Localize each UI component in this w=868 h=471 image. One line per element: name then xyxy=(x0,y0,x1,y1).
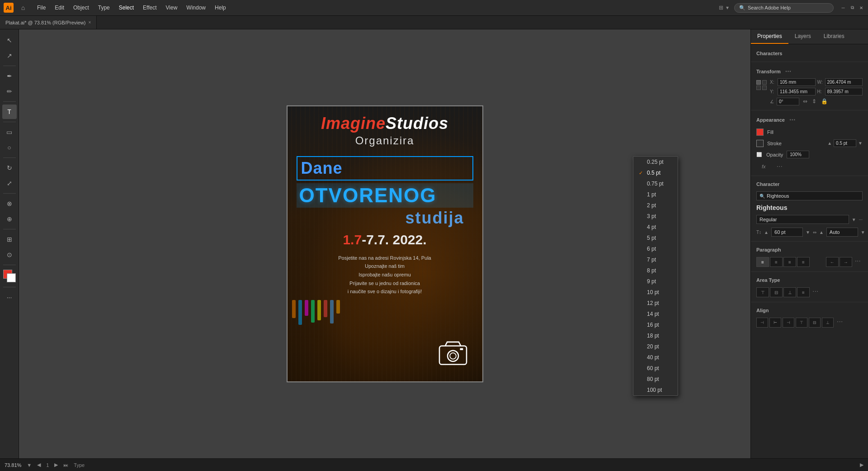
align-more-button[interactable]: ··· xyxy=(835,318,844,328)
stroke-option-18[interactable]: 18 pt xyxy=(633,330,678,341)
workspace-switcher-icon[interactable]: ⊞ xyxy=(719,5,723,11)
stroke-option-9[interactable]: 9 pt xyxy=(633,276,678,287)
fill-swatch[interactable] xyxy=(756,128,764,136)
opacity-input[interactable] xyxy=(787,151,809,158)
scale-tool-button[interactable]: ⤢ xyxy=(2,176,17,190)
artboard-tool-button[interactable]: ⊞ xyxy=(2,232,17,247)
home-icon[interactable]: ⌂ xyxy=(18,3,28,13)
area-type-more-button[interactable]: ··· xyxy=(811,287,820,297)
align-top-edge-button[interactable]: ⊤ xyxy=(796,318,807,328)
menu-view[interactable]: View xyxy=(162,3,181,13)
restore-button[interactable]: ⧉ xyxy=(849,5,855,11)
minimize-button[interactable]: ─ xyxy=(840,5,846,11)
align-justify-button[interactable]: ≡ xyxy=(797,257,810,267)
align-v-center-button[interactable]: ⊟ xyxy=(809,318,821,328)
ellipse-tool-button[interactable]: ○ xyxy=(2,140,17,155)
stroke-option-5[interactable]: 5 pt xyxy=(633,233,678,243)
font-size-input[interactable] xyxy=(771,228,803,237)
tracking-input[interactable] xyxy=(826,228,858,237)
para-more-button[interactable]: ··· xyxy=(853,257,863,267)
tab-libraries[interactable]: Libraries xyxy=(817,29,851,44)
menu-file[interactable]: File xyxy=(33,3,49,13)
rectangle-tool-button[interactable]: ▭ xyxy=(2,125,17,139)
blend-tool-button[interactable]: ⊗ xyxy=(2,196,17,211)
align-right-button[interactable]: ≡ xyxy=(783,257,796,267)
more-tools-button[interactable]: ··· xyxy=(2,290,17,304)
tracking-dropdown-icon[interactable]: ▼ xyxy=(861,230,865,235)
close-button[interactable]: ✕ xyxy=(858,5,864,11)
stroke-swatch[interactable] xyxy=(756,140,764,147)
menu-object[interactable]: Object xyxy=(70,3,93,13)
menu-window[interactable]: Window xyxy=(183,3,209,13)
stroke-option-7[interactable]: 7 pt xyxy=(633,254,678,265)
transform-more-button[interactable]: ··· xyxy=(783,67,793,76)
background-color[interactable] xyxy=(7,273,16,282)
font-search-input[interactable] xyxy=(767,193,859,199)
area-align-bottom-button[interactable]: ⊥ xyxy=(783,287,796,297)
stroke-option-4[interactable]: 4 pt xyxy=(633,222,678,233)
transform-reference-point[interactable] xyxy=(756,80,767,90)
select-tool-button[interactable]: ↖ xyxy=(2,33,17,48)
menu-edit[interactable]: Edit xyxy=(51,3,68,13)
arrange-icon[interactable]: ▾ xyxy=(726,5,729,11)
stroke-option-075[interactable]: 0.75 pt xyxy=(633,178,678,189)
font-size-up-icon[interactable]: ▲ xyxy=(764,230,769,235)
stroke-option-1[interactable]: 1 pt xyxy=(633,189,678,200)
indent-left-button[interactable]: ← xyxy=(826,257,839,267)
stroke-option-14[interactable]: 14 pt xyxy=(633,309,678,319)
stroke-up-icon[interactable]: ▲ xyxy=(827,141,832,146)
appearance-more-button[interactable]: ··· xyxy=(788,116,797,124)
stroke-option-100[interactable]: 100 pt xyxy=(633,385,678,395)
pen-tool-button[interactable]: ✒ xyxy=(2,69,17,83)
tab-close-button[interactable]: × xyxy=(88,20,91,25)
tab-properties[interactable]: Properties xyxy=(751,29,788,44)
play-button[interactable]: ▶ xyxy=(860,462,863,468)
align-left-edge-button[interactable]: ⊣ xyxy=(756,318,768,328)
area-align-top-button[interactable]: ⊤ xyxy=(756,287,769,297)
nav-prev-icon[interactable]: ◀ xyxy=(37,462,41,468)
stroke-option-2[interactable]: 2 pt xyxy=(633,200,678,211)
tab-layers[interactable]: Layers xyxy=(788,29,817,44)
rotate-tool-button[interactable]: ↻ xyxy=(2,161,17,175)
zoom-dropdown-icon[interactable]: ▼ xyxy=(27,462,32,468)
stroke-option-05[interactable]: ✓ 0.5 pt xyxy=(633,167,678,178)
stroke-option-6[interactable]: 6 pt xyxy=(633,243,678,254)
flip-h-icon[interactable]: ⇔ xyxy=(802,97,808,105)
stroke-option-12[interactable]: 12 pt xyxy=(633,298,678,309)
align-center-button[interactable]: ≡ xyxy=(770,257,783,267)
y-input[interactable] xyxy=(778,88,816,95)
pencil-tool-button[interactable]: ✏ xyxy=(2,84,17,99)
menu-help[interactable]: Help xyxy=(211,3,230,13)
stroke-option-40[interactable]: 40 pt xyxy=(633,352,678,363)
indent-right-button[interactable]: → xyxy=(840,257,852,267)
tracking-up-icon[interactable]: ▲ xyxy=(819,230,824,235)
stroke-option-10[interactable]: 10 pt xyxy=(633,287,678,298)
stroke-option-8[interactable]: 8 pt xyxy=(633,265,678,276)
x-input[interactable] xyxy=(778,78,816,86)
h-input[interactable] xyxy=(825,88,863,95)
stroke-input[interactable] xyxy=(834,139,856,147)
document-tab[interactable]: Plakat.ai* @ 73.81% (RGB/Preview) × xyxy=(0,16,97,29)
zoom-tool-button[interactable]: ⊙ xyxy=(2,247,17,262)
menu-effect[interactable]: Effect xyxy=(139,3,160,13)
flip-v-icon[interactable]: ⇕ xyxy=(811,97,817,105)
eyedropper-tool-button[interactable]: ⊕ xyxy=(2,212,17,226)
stroke-option-80[interactable]: 80 pt xyxy=(633,374,678,385)
align-left-button[interactable]: ≡ xyxy=(756,257,769,267)
area-align-justify-button[interactable]: ≡ xyxy=(797,287,810,297)
stroke-dropdown-icon[interactable]: ▼ xyxy=(858,141,863,146)
menu-select[interactable]: Select xyxy=(115,3,137,13)
font-more-icon[interactable]: ··· xyxy=(859,217,863,222)
lock-proportions-icon[interactable]: 🔒 xyxy=(820,97,829,105)
stroke-option-16[interactable]: 16 pt xyxy=(633,319,678,330)
canvas-area[interactable]: ImagineStudios Organizira Dane OTVORENOG… xyxy=(19,29,750,458)
align-right-edge-button[interactable]: ⊣ xyxy=(783,318,794,328)
area-align-middle-button[interactable]: ⊟ xyxy=(770,287,783,297)
w-input[interactable] xyxy=(825,78,863,86)
align-h-center-button[interactable]: ⊢ xyxy=(769,318,781,328)
stroke-option-3[interactable]: 3 pt xyxy=(633,211,678,222)
search-input[interactable] xyxy=(748,5,829,10)
font-size-dropdown-icon[interactable]: ▼ xyxy=(806,230,810,235)
color-picker[interactable] xyxy=(3,270,16,282)
stroke-option-20[interactable]: 20 pt xyxy=(633,341,678,352)
